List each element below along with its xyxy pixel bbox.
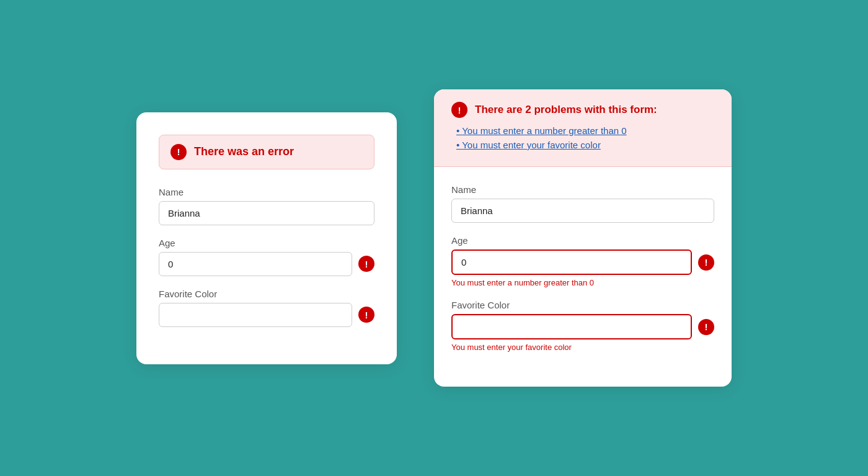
name-input-left[interactable] [159,201,374,225]
error-list-item-1[interactable]: You must enter your favorite color [456,140,714,150]
error-icon-simple: ! [170,144,187,160]
name-input-right[interactable] [451,199,714,223]
error-icon-detailed: ! [451,102,467,118]
name-label-left: Name [159,187,374,197]
age-field-row-right: ! [451,249,714,275]
error-banner-detailed: ! There are 2 problems with this form: Y… [434,89,732,167]
left-form-card: ! There was an error Name Age ! Favorite… [136,112,397,364]
name-field-group-left: Name [159,187,374,225]
color-label-left: Favorite Color [159,289,374,299]
color-error-icon-right: ! [698,319,714,335]
age-error-icon-left: ! [358,256,374,272]
name-field-group-right: Name [451,184,714,223]
color-field-group-left: Favorite Color ! [159,289,374,327]
error-banner-text: There was an error [194,145,294,158]
name-field-row-left [159,201,374,225]
color-input-left[interactable] [159,303,352,327]
age-field-group-left: Age ! [159,238,374,276]
error-title: There are 2 problems with this form: [475,104,657,116]
color-input-right[interactable] [451,314,692,339]
error-list-item-0[interactable]: You must enter a number greater than 0 [456,125,714,136]
color-field-row-left: ! [159,303,374,327]
age-label-left: Age [159,238,374,248]
color-field-group-right: Favorite Color ! You must enter your fav… [451,300,714,352]
color-error-msg-right: You must enter your favorite color [451,343,714,352]
name-field-row-right [451,199,714,223]
age-error-icon-right: ! [698,254,714,271]
error-header: ! There are 2 problems with this form: [451,102,714,118]
age-error-msg-right: You must enter a number greater than 0 [451,278,714,287]
age-label-right: Age [451,235,714,246]
age-input-left[interactable] [159,252,352,276]
right-form-card: ! There are 2 problems with this form: Y… [434,89,732,387]
color-error-icon-left: ! [358,307,374,323]
age-input-right[interactable] [451,249,692,275]
age-field-group-right: Age ! You must enter a number greater th… [451,235,714,287]
error-banner-simple: ! There was an error [159,135,374,169]
color-label-right: Favorite Color [451,300,714,310]
color-field-row-right: ! [451,314,714,339]
age-field-row-left: ! [159,252,374,276]
right-card-content: Name Age ! You must enter a number great… [434,184,732,352]
name-label-right: Name [451,184,714,195]
error-list: You must enter a number greater than 0 Y… [451,125,714,150]
